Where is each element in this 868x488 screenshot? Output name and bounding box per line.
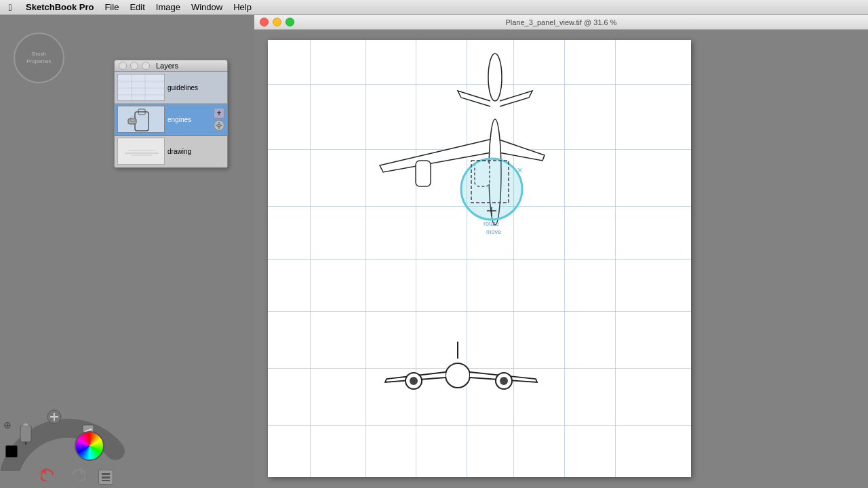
panel-title: Layers — [156, 62, 178, 70]
brush-properties-label: BrushProperties — [26, 51, 51, 65]
gear-icon — [216, 122, 222, 129]
svg-point-42 — [446, 363, 470, 388]
drawing-canvas[interactable]: ✕ rotate move — [268, 40, 691, 477]
svg-rect-27 — [102, 473, 110, 475]
color-wheel[interactable] — [75, 431, 104, 461]
svg-point-45 — [410, 377, 418, 385]
tool-ring-svg — [0, 396, 125, 471]
panel-maximize-btn[interactable] — [142, 62, 150, 70]
layer-settings-btn[interactable] — [214, 120, 224, 131]
layer-thumbnail-engines — [117, 106, 165, 133]
panel-titlebar: Layers — [115, 60, 227, 72]
svg-point-30 — [488, 54, 502, 101]
canvas-area: ✕ rotate move — [254, 30, 868, 488]
layer-controls: + — [214, 108, 224, 131]
svg-rect-17 — [20, 426, 31, 442]
layer-thumbnail-guidelines — [117, 74, 165, 101]
layers-icon — [101, 472, 111, 482]
menu-file[interactable]: File — [99, 1, 124, 14]
window-maximize-btn[interactable] — [285, 18, 294, 26]
color-swatch-black[interactable] — [5, 445, 18, 458]
panel-minimize-btn[interactable] — [130, 62, 138, 70]
menu-sketchbook[interactable]: SketchBook Pro — [20, 1, 99, 14]
layer-name-drawing: drawing — [167, 148, 224, 155]
svg-text:rotate: rotate — [484, 220, 499, 227]
layer-add-btn[interactable]: + — [214, 108, 224, 119]
svg-text:move: move — [486, 228, 501, 235]
apple-menu[interactable]:  — [0, 2, 20, 13]
window-controls — [260, 18, 294, 26]
selection-tool[interactable]: ⊕ — [3, 420, 12, 430]
redo-button[interactable] — [68, 468, 85, 485]
undo-button[interactable] — [41, 468, 58, 485]
svg-text:✕: ✕ — [517, 166, 523, 174]
brush-properties-circle[interactable]: BrushProperties — [14, 33, 64, 83]
menu-window[interactable]: Window — [186, 1, 228, 14]
svg-marker-18 — [22, 423, 29, 426]
layer-row-drawing[interactable]: drawing — [115, 136, 227, 167]
svg-point-9 — [218, 124, 220, 127]
svg-rect-28 — [102, 476, 110, 479]
layer-row-guidelines[interactable]: guidelines — [115, 72, 227, 104]
menu-bar:  SketchBook Pro File Edit Image Window … — [0, 0, 868, 15]
layers-panel-button[interactable] — [98, 470, 113, 485]
svg-point-47 — [500, 377, 508, 385]
canvas-title: Plane_3_panel_view.tif @ 31.6 % — [505, 18, 616, 26]
menu-image[interactable]: Image — [151, 1, 186, 14]
bottom-toolbar: ⊕ — [0, 400, 136, 488]
pencil-tool[interactable] — [20, 423, 31, 445]
menu-help[interactable]: Help — [228, 1, 257, 14]
layer-row-engines[interactable]: engines + — [115, 104, 227, 136]
layers-panel: Layers guidelines engine — [114, 60, 228, 168]
svg-rect-29 — [102, 480, 110, 481]
layer-name-guidelines: guidelines — [167, 84, 224, 92]
svg-rect-32 — [416, 161, 431, 186]
layer-name-engines: engines — [167, 116, 211, 123]
airplane-drawings-svg: ✕ rotate move — [268, 40, 691, 477]
menu-edit[interactable]: Edit — [124, 1, 150, 14]
window-minimize-btn[interactable] — [273, 18, 281, 26]
panel-close-btn[interactable] — [119, 62, 127, 70]
layer-thumbnail-drawing — [117, 138, 165, 165]
canvas-titlebar: Plane_3_panel_view.tif @ 31.6 % — [254, 15, 868, 30]
brush-tool[interactable] — [47, 410, 61, 424]
svg-rect-7 — [128, 119, 136, 124]
window-close-btn[interactable] — [260, 18, 269, 26]
